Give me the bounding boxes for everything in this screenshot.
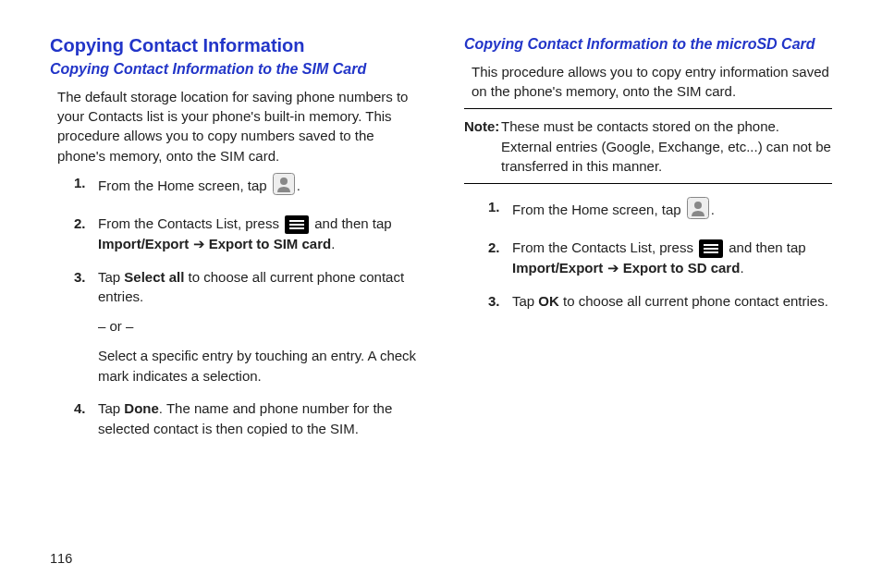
step-3: Tap Select all to choose all current pho… bbox=[50, 267, 418, 386]
intro-paragraph: The default storage location for saving … bbox=[50, 87, 418, 165]
steps-list-sim: From the Home screen, tap . From the Con… bbox=[50, 173, 418, 439]
menu-icon bbox=[699, 239, 723, 258]
note-label: Note: bbox=[464, 116, 499, 136]
export-sim-label: Export to SIM card bbox=[209, 236, 332, 251]
svg-point-1 bbox=[280, 178, 288, 185]
sub-heading-sd: Copying Contact Information to the micro… bbox=[464, 35, 832, 55]
page-number: 116 bbox=[50, 551, 72, 566]
contacts-icon bbox=[687, 197, 709, 225]
step-text: . bbox=[711, 202, 715, 217]
step-text: to choose all current phone contact entr… bbox=[559, 293, 828, 309]
step-text: Tap bbox=[98, 400, 124, 416]
step-2: From the Contacts List, press and then t… bbox=[50, 214, 418, 254]
or-divider: – or – bbox=[98, 316, 418, 337]
step-1: From the Home screen, tap . bbox=[50, 173, 418, 201]
note-body: These must be contacts stored on the pho… bbox=[464, 116, 832, 176]
step-text: Tap bbox=[512, 293, 538, 309]
step-text: . bbox=[740, 260, 743, 276]
step-text: From the Home screen, tap bbox=[512, 202, 685, 217]
steps-list-sd: From the Home screen, tap . From the Con… bbox=[464, 197, 832, 311]
step-text: and then tap bbox=[311, 215, 392, 231]
import-export-label: Import/Export bbox=[98, 236, 189, 251]
menu-icon bbox=[285, 215, 309, 234]
alt-text: Select a specific entry by touching an e… bbox=[98, 346, 418, 386]
step-text: Tap bbox=[98, 269, 124, 285]
contacts-icon bbox=[273, 173, 295, 201]
select-all-label: Select all bbox=[124, 269, 184, 285]
step-text: . bbox=[297, 178, 300, 193]
step-text: From the Home screen, tap bbox=[98, 178, 271, 193]
step-1: From the Home screen, tap . bbox=[464, 197, 832, 225]
export-sd-label: Export to SD card bbox=[623, 260, 741, 276]
step-text: . bbox=[331, 236, 335, 251]
done-label: Done bbox=[124, 400, 159, 416]
step-2: From the Contacts List, press and then t… bbox=[464, 238, 832, 278]
step-4: Tap Done. The name and phone number for … bbox=[50, 398, 418, 439]
step-text: and then tap bbox=[725, 239, 806, 255]
note-box: Note: These must be contacts stored on t… bbox=[464, 108, 832, 184]
intro-paragraph: This procedure allows you to copy entry … bbox=[464, 62, 832, 102]
sub-heading-sim: Copying Contact Information to the SIM C… bbox=[50, 60, 418, 80]
arrow-icon: ➔ bbox=[603, 260, 622, 276]
svg-point-3 bbox=[694, 202, 702, 209]
ok-label: OK bbox=[538, 293, 559, 309]
step-text: From the Contacts List, press bbox=[512, 239, 697, 255]
step-3: Tap OK to choose all current phone conta… bbox=[464, 291, 832, 312]
arrow-icon: ➔ bbox=[189, 236, 208, 251]
left-column: Copying Contact Information Copying Cont… bbox=[50, 35, 418, 452]
import-export-label: Import/Export bbox=[512, 260, 603, 276]
main-heading: Copying Contact Information bbox=[50, 35, 418, 56]
step-text: From the Contacts List, press bbox=[98, 215, 283, 231]
right-column: Copying Contact Information to the micro… bbox=[464, 35, 832, 452]
two-column-layout: Copying Contact Information Copying Cont… bbox=[50, 35, 832, 452]
